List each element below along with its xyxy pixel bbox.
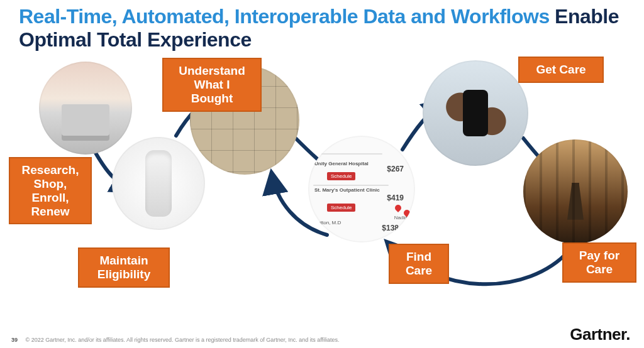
map-facility-1: Unity General Hospital (314, 161, 369, 166)
step-label-understand: Understand What I Bought (162, 58, 262, 112)
copyright-text: © 2022 Gartner, Inc. and/or its affiliat… (26, 337, 340, 343)
step-label-research: Research, Shop, Enroll, Renew (9, 157, 92, 224)
title-highlight: Real-Time, Automated, Interoperable Data… (19, 5, 555, 28)
brand-text: Gartner (570, 325, 626, 344)
slide: Real-Time, Automated, Interoperable Data… (0, 0, 644, 348)
map-pin-icon (394, 204, 402, 212)
map-price-1: $267 (387, 165, 404, 173)
step-image-find-care: $267 Unity General Hospital Schedule St.… (308, 136, 415, 242)
step-label-pay-care: Pay for Care (562, 242, 636, 283)
page-number: 39 (11, 337, 24, 343)
step-image-eligibility (112, 137, 205, 230)
brand-logo: Gartner. (570, 325, 630, 344)
step-label-get-care: Get Care (518, 57, 604, 83)
map-price-2: $419 (387, 193, 404, 202)
flow-canvas: $267 Unity General Hospital Schedule St.… (0, 57, 644, 320)
step-image-get-care (423, 60, 528, 166)
brand-dot: . (626, 325, 630, 344)
map-schedule-2: Schedule (327, 204, 355, 212)
step-image-research (39, 62, 132, 155)
map-schedule-1: Schedule (327, 172, 355, 180)
map-caption: Nadine Eccleston, M (394, 215, 415, 220)
step-label-eligibility: Maintain Eligibility (78, 247, 170, 288)
step-label-find-care: Find Care (389, 244, 449, 284)
slide-footer: 39 © 2022 Gartner, Inc. and/or its affil… (11, 337, 340, 343)
map-facility-3: Setton, M.D (314, 220, 341, 226)
step-image-pay-care (523, 139, 628, 244)
map-price-3: $138 (382, 224, 399, 232)
map-facility-2: St. Mary's Outpatient Clinic (314, 187, 380, 193)
slide-title: Real-Time, Automated, Interoperable Data… (19, 5, 625, 52)
